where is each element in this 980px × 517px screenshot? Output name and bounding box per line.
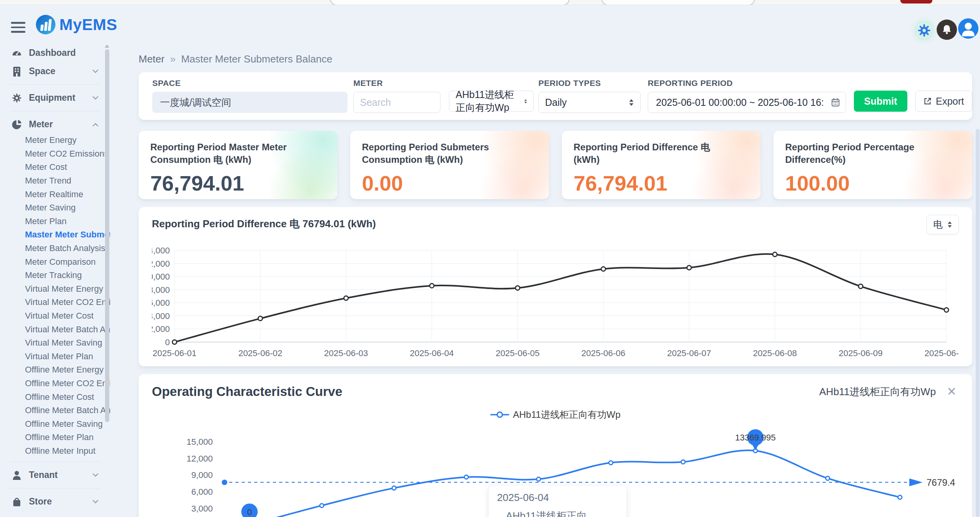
svg-text:2,000: 2,000 bbox=[152, 324, 170, 334]
sidebar-item-meter-tracking[interactable]: Meter Tracking bbox=[0, 269, 110, 282]
sidebar-item-tenant[interactable]: Tenant bbox=[0, 466, 110, 484]
myems-logo-icon bbox=[36, 15, 55, 34]
chevron-down-icon bbox=[93, 96, 98, 100]
main-content: Meter » Master Meter Submeters Balance S… bbox=[139, 0, 972, 517]
svg-text:6,000: 6,000 bbox=[152, 298, 170, 308]
svg-text:13369.995: 13369.995 bbox=[735, 433, 776, 442]
card-submeters-consumption: Reporting Period Submeters Consumption 电… bbox=[350, 131, 549, 199]
sidebar-item-label: Dashboard bbox=[29, 48, 76, 58]
export-button-label: Export bbox=[936, 96, 964, 107]
close-icon[interactable]: ✕ bbox=[947, 386, 957, 398]
sidebar-item-virtual-meter-batch-analysis[interactable]: Virtual Meter Batch Analysis bbox=[0, 323, 110, 336]
reporting-period-input[interactable] bbox=[655, 96, 825, 109]
card-master-meter-consumption: Reporting Period Master Meter Consumptio… bbox=[139, 131, 337, 199]
sidebar-item-meter-saving[interactable]: Meter Saving bbox=[0, 201, 110, 215]
line-circle-legend-icon bbox=[490, 411, 509, 418]
svg-text:3,000: 3,000 bbox=[191, 504, 213, 513]
sidebar-scrollbar-thumb[interactable] bbox=[105, 49, 109, 422]
sidebar-item-virtual-meter-energy[interactable]: Virtual Meter Energy bbox=[0, 282, 110, 296]
sidebar-item-offline-meter-input[interactable]: Offline Meter Input bbox=[0, 444, 110, 458]
sidebar-item-meter-batch-analysis[interactable]: Meter Batch Analysis bbox=[0, 242, 110, 255]
sidebar-item-meter-co2-emissions[interactable]: Meter CO2 Emissions bbox=[0, 147, 110, 161]
card-title: Reporting Period Submeters Consumption 电… bbox=[362, 141, 506, 166]
svg-text:2025-06-04: 2025-06-04 bbox=[410, 348, 454, 358]
difference-chart-card: Reporting Period Difference 电 76794.01 (… bbox=[139, 207, 972, 366]
gear-icon bbox=[11, 93, 23, 103]
svg-text:2025-06-03: 2025-06-03 bbox=[324, 348, 368, 358]
svg-text:14,000: 14,000 bbox=[152, 246, 170, 255]
brand-logo[interactable]: MyEMS bbox=[36, 15, 117, 34]
sidebar-item-virtual-meter-plan[interactable]: Virtual Meter Plan bbox=[0, 350, 110, 364]
sidebar: Dashboard Space Equipment Meter Meter En… bbox=[0, 44, 110, 517]
submit-button[interactable]: Submit bbox=[854, 91, 907, 112]
meter-filter-group: METER bbox=[353, 78, 440, 113]
reporting-period-group: REPORTING PERIOD bbox=[648, 78, 846, 113]
meter-select[interactable]: AHb11进线柜正向有功Wp bbox=[449, 91, 534, 112]
card-value: 76,794.01 bbox=[150, 171, 326, 195]
sidebar-item-virtual-meter-co2-emissions[interactable]: Virtual Meter CO2 Emissions bbox=[0, 296, 110, 309]
svg-text:4,000: 4,000 bbox=[152, 311, 170, 321]
reporting-period-picker[interactable] bbox=[648, 92, 846, 113]
sidebar-meter-submenu: Meter Energy Meter CO2 Emissions Meter C… bbox=[0, 134, 110, 458]
sidebar-item-offline-meter-saving[interactable]: Offline Meter Saving bbox=[0, 417, 110, 431]
sidebar-item-meter[interactable]: Meter bbox=[0, 115, 110, 134]
operating-curve-header: Operating Characteristic Curve AHb11进线柜正… bbox=[152, 384, 957, 399]
tooltip-date: 2025-06-04 bbox=[497, 492, 618, 504]
sidebar-item-offline-meter-cost[interactable]: Offline Meter Cost bbox=[0, 390, 110, 404]
svg-text:10,000: 10,000 bbox=[152, 272, 170, 282]
browser-chrome-strip bbox=[0, 0, 980, 5]
sidebar-item-store[interactable]: Store bbox=[0, 492, 110, 511]
sidebar-item-meter-trend[interactable]: Meter Trend bbox=[0, 174, 110, 188]
sidebar-item-offline-meter-co2-emissions[interactable]: Offline Meter CO2 Emissions bbox=[0, 377, 110, 390]
space-input[interactable] bbox=[152, 92, 347, 113]
sidebar-divider bbox=[10, 111, 100, 111]
export-button[interactable]: Export bbox=[915, 91, 972, 112]
menu-toggle-hamburger-icon[interactable] bbox=[11, 22, 25, 36]
sidebar-item-label: Tenant bbox=[29, 470, 58, 480]
sidebar-divider bbox=[10, 488, 100, 488]
svg-text:2025-06-01: 2025-06-01 bbox=[153, 348, 197, 358]
sidebar-scrollbar[interactable] bbox=[104, 44, 110, 517]
gauge-icon bbox=[11, 48, 23, 58]
sidebar-item-meter-comparison[interactable]: Meter Comparison bbox=[0, 255, 110, 269]
svg-text:8,000: 8,000 bbox=[152, 285, 170, 295]
period-types-group: PERIOD TYPES Daily bbox=[538, 78, 641, 113]
page-scrollbar-thumb[interactable] bbox=[976, 129, 980, 517]
sidebar-item-meter-realtime[interactable]: Meter Realtime bbox=[0, 187, 110, 201]
sidebar-item-label: Equipment bbox=[29, 93, 75, 103]
sidebar-item-equipment[interactable]: Equipment bbox=[0, 89, 110, 107]
sidebar-item-virtual-meter-saving[interactable]: Virtual Meter Saving bbox=[0, 336, 110, 350]
browser-extension-fragment bbox=[900, 0, 932, 4]
sidebar-item-meter-energy[interactable]: Meter Energy bbox=[0, 134, 110, 147]
person-icon bbox=[11, 470, 23, 480]
meter-search-input[interactable] bbox=[353, 92, 440, 113]
sidebar-item-offline-meter-energy[interactable]: Offline Meter Energy bbox=[0, 363, 110, 377]
breadcrumb: Meter » Master Meter Submeters Balance bbox=[139, 53, 332, 65]
breadcrumb-section[interactable]: Meter bbox=[139, 53, 164, 65]
sidebar-item-meter-plan[interactable]: Meter Plan bbox=[0, 215, 110, 228]
up-down-arrows-icon bbox=[947, 221, 952, 228]
svg-text:2025-06-06: 2025-06-06 bbox=[581, 348, 625, 358]
svg-text:6,000: 6,000 bbox=[191, 487, 213, 497]
period-types-select[interactable]: Daily bbox=[538, 92, 641, 113]
breadcrumb-current: Master Meter Submeters Balance bbox=[181, 53, 332, 65]
chart-legend[interactable]: AHb11进线柜正向有功Wp bbox=[139, 408, 972, 421]
card-percentage-difference: Reporting Period Percentage Difference(%… bbox=[773, 131, 972, 199]
calendar-icon bbox=[831, 98, 840, 107]
summary-cards-row: Reporting Period Master Meter Consumptio… bbox=[139, 131, 972, 199]
sidebar-item-dashboard[interactable]: Dashboard bbox=[0, 44, 110, 62]
sidebar-item-offline-meter-batch-analysis[interactable]: Offline Meter Batch Analysis bbox=[0, 404, 110, 417]
card-value: 76,794.01 bbox=[574, 171, 749, 195]
sidebar-item-virtual-meter-cost[interactable]: Virtual Meter Cost bbox=[0, 309, 110, 323]
svg-text:2025-06-02: 2025-06-02 bbox=[238, 348, 282, 358]
card-value: 0.00 bbox=[362, 171, 537, 195]
sidebar-item-offline-meter-plan[interactable]: Offline Meter Plan bbox=[0, 431, 110, 444]
sidebar-item-meter-cost[interactable]: Meter Cost bbox=[0, 160, 110, 174]
difference-chart-canvas: 02,0004,0006,0008,00010,00012,00014,0002… bbox=[152, 241, 959, 362]
scrollbar-up-arrow-icon[interactable] bbox=[105, 45, 109, 48]
sidebar-item-master-meter-submeters-balance[interactable]: Master Meter Submeters Balance bbox=[0, 228, 110, 242]
unit-selector[interactable]: 电 bbox=[927, 215, 959, 234]
sidebar-item-label: Space bbox=[29, 66, 55, 77]
sidebar-item-space[interactable]: Space bbox=[0, 62, 110, 80]
browser-searchbox-fragment bbox=[601, 0, 755, 5]
